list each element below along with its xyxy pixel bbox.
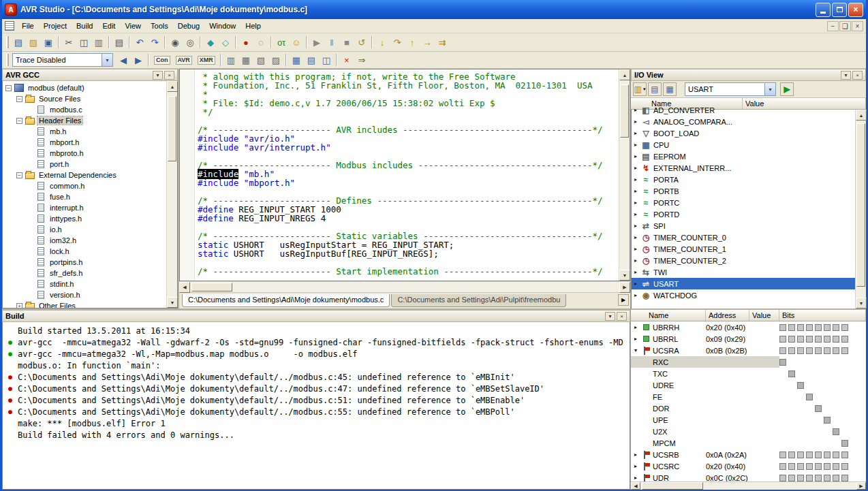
bit-checkbox[interactable] [788, 336, 795, 343]
io-item-portd[interactable]: ▸≈PORTD [632, 208, 855, 220]
bit-checkbox[interactable] [788, 463, 795, 470]
expand-right-icon[interactable]: ▸ [632, 176, 640, 183]
expand-right-icon[interactable]: ▸ [632, 257, 640, 264]
menu-debug[interactable]: Debug [173, 20, 204, 32]
scrollbar-thumb[interactable] [191, 283, 232, 291]
scroll-up-icon[interactable]: ▲ [167, 81, 178, 92]
io-tree-view-button[interactable]: ▦ [663, 82, 677, 96]
tree-item-common-h[interactable]: common.h [3, 180, 166, 191]
bit-checkbox[interactable] [797, 475, 804, 481]
file-tab-1[interactable]: C:\Documents and Settings\Adi\Moje dokum… [182, 294, 390, 307]
bit-row-u2x[interactable]: U2X [631, 426, 866, 437]
scrollbar-thumb[interactable] [620, 84, 629, 138]
bit-checkbox[interactable] [806, 394, 813, 400]
bit-checkbox[interactable] [788, 370, 795, 377]
io-item-external-interr[interactable]: ▸↯EXTERNAL_INTERR... [632, 162, 855, 174]
io-item-analog-compara[interactable]: ▸◅ANALOG_COMPARA... [632, 116, 855, 127]
tree-item-port-h[interactable]: port.h [3, 159, 166, 170]
tree-item-io-h[interactable]: io.h [3, 224, 166, 235]
scroll-left-icon[interactable]: ◀ [631, 482, 640, 490]
expand-right-icon[interactable]: ▸ [631, 324, 640, 330]
step-out-button[interactable]: ↑ [405, 35, 419, 49]
menu-view[interactable]: View [120, 20, 146, 32]
expand-icon[interactable]: + [16, 303, 22, 308]
io-item-spi[interactable]: ▸⇄SPI [632, 220, 855, 232]
register-view-button[interactable]: ▤ [305, 53, 318, 67]
io-item-portc[interactable]: ▸≈PORTC [632, 197, 855, 208]
collapse-icon[interactable]: − [16, 96, 22, 102]
io-item-timer-counter-1[interactable]: ▸◷TIMER_COUNTER_1 [632, 243, 855, 255]
bit-checkbox[interactable] [833, 428, 839, 435]
io-item-eeprom[interactable]: ▸▤EEPROM [632, 151, 855, 162]
bit-row-udre[interactable]: UDRE [631, 379, 866, 391]
toggle-breakpoint-button[interactable]: ● [239, 35, 253, 49]
io-item-watchdog[interactable]: ▸◉WATCHDOG [632, 289, 855, 301]
bit-checkbox[interactable] [788, 452, 795, 458]
bit-checkbox[interactable] [806, 347, 813, 354]
menu-build[interactable]: Build [72, 20, 97, 32]
scrollbar-thumb[interactable] [168, 96, 176, 161]
tree-item-fuse-h[interactable]: fuse.h [3, 191, 166, 202]
column-address[interactable]: Address [706, 310, 749, 321]
bit-checkbox[interactable] [797, 382, 804, 389]
reset-button[interactable]: ↺ [355, 35, 369, 49]
mdi-minimize-button[interactable]: − [827, 21, 839, 31]
peripheral-combobox[interactable]: USART ▾ [685, 82, 776, 96]
scroll-up-icon[interactable]: ▲ [856, 110, 867, 121]
menu-help[interactable]: Help [241, 20, 266, 32]
expand-right-icon[interactable]: ▸ [632, 246, 640, 252]
panel-menu-button[interactable]: ▾ [841, 71, 851, 80]
chevron-down-icon[interactable]: ▾ [764, 83, 775, 95]
find-in-files-button[interactable]: ◎ [183, 35, 197, 49]
bit-row-txc[interactable]: TXC [631, 368, 866, 379]
run-button[interactable]: ▶ [310, 35, 324, 49]
panel-close-button[interactable]: × [164, 71, 174, 80]
bit-checkbox[interactable] [841, 324, 848, 331]
tree-item-stdint-h[interactable]: stdint.h [3, 279, 166, 289]
bit-checkbox[interactable] [806, 463, 813, 470]
expand-right-icon[interactable]: ▸ [631, 463, 640, 469]
code-editor[interactable]: * along with this program; if not, write… [195, 69, 619, 281]
bit-checkbox[interactable] [779, 347, 786, 354]
collapse-icon[interactable]: − [5, 85, 12, 91]
chevron-down-icon[interactable]: ▾ [102, 54, 112, 66]
io-item-portb[interactable]: ▸≈PORTB [632, 185, 855, 197]
menu-window[interactable]: Window [204, 20, 241, 32]
tree-item-portpins-h[interactable]: portpins.h [3, 257, 166, 268]
bit-checkbox[interactable] [779, 324, 786, 331]
bit-checkbox[interactable] [824, 475, 831, 481]
expand-right-icon[interactable]: ▸ [632, 200, 640, 206]
trace-mode-combobox[interactable]: Trace Disabled ▾ [12, 53, 113, 67]
bit-checkbox[interactable] [788, 347, 795, 354]
panel-menu-button[interactable]: ▾ [605, 312, 615, 321]
io-item-cpu[interactable]: ▸▦CPU [632, 139, 855, 151]
bit-row-fe[interactable]: FE [631, 391, 866, 402]
tree-item-external-dependencies[interactable]: −External Dependencies [3, 170, 166, 180]
toolbar-grip[interactable] [6, 54, 9, 66]
column-value[interactable]: Value [749, 310, 779, 321]
file-tab-2[interactable]: C:\Documents and Settings\Adi\Pulpit\fre… [391, 294, 566, 307]
editor-vscrollbar[interactable]: ▲ ▼ [619, 69, 630, 281]
watch-view-button[interactable]: ◫ [320, 53, 333, 67]
bit-checkbox[interactable] [806, 475, 813, 481]
tab-scroll-right-button[interactable]: ▶ [618, 294, 629, 306]
scroll-down-icon[interactable]: ▼ [619, 270, 630, 281]
scroll-up-icon[interactable]: ▲ [619, 69, 630, 80]
register-row-ucsra[interactable]: ▾UCSRA0x0B (0x2B) [631, 345, 866, 356]
restore-button[interactable] [832, 3, 847, 17]
bit-checkbox[interactable] [779, 359, 786, 366]
panel-menu-button[interactable]: ▾ [153, 71, 163, 80]
tree-item-header-files[interactable]: −Header Files [3, 115, 166, 126]
register-row-udr[interactable]: ▸UDR0x0C (0x2C) [631, 472, 866, 481]
bit-checkbox[interactable] [815, 463, 822, 470]
menu-file[interactable]: File [17, 20, 39, 32]
menu-edit[interactable]: Edit [97, 20, 120, 32]
bit-checkbox[interactable] [841, 452, 848, 458]
scrollbar-thumb[interactable] [642, 482, 703, 490]
io-view-toggle-button[interactable]: ▦ [239, 53, 253, 67]
toggle-bookmark-button[interactable]: ◆ [204, 35, 217, 49]
expand-right-icon[interactable]: ▸ [632, 292, 640, 298]
expand-right-icon[interactable]: ▸ [632, 188, 640, 194]
scroll-left-icon[interactable]: ◀ [179, 282, 190, 293]
bit-checkbox[interactable] [815, 324, 822, 331]
